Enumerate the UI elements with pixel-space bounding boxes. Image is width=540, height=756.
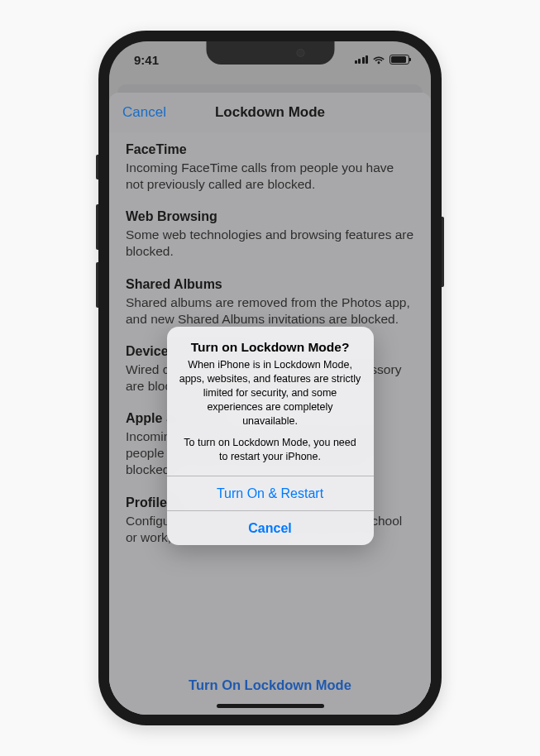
section-body: Some web technologies and browsing featu…	[126, 227, 414, 260]
side-button	[442, 217, 444, 287]
alert-message-line1: When iPhone is in Lockdown Mode, apps, w…	[179, 358, 362, 428]
section-body: Shared albums are removed from the Photo…	[126, 294, 414, 328]
alert-turn-on-restart-button[interactable]: Turn On & Restart	[167, 476, 374, 510]
alert-cancel-button[interactable]: Cancel	[167, 510, 374, 545]
confirmation-alert: Turn on Lockdown Mode? When iPhone is in…	[167, 327, 374, 545]
notch	[206, 41, 334, 65]
status-time: 9:41	[134, 53, 159, 67]
section-title: Shared Albums	[126, 277, 414, 292]
section-web-browsing: Web Browsing Some web technologies and b…	[126, 209, 414, 260]
volume-up-button	[96, 204, 98, 250]
section-facetime: FaceTime Incoming FaceTime calls from pe…	[126, 142, 414, 193]
alert-message: When iPhone is in Lockdown Mode, apps, w…	[179, 358, 362, 464]
volume-down-button	[96, 262, 98, 308]
screen: 9:41 Cancel Lockdown Mode FaceTime Incom…	[109, 41, 431, 715]
alert-title: Turn on Lockdown Mode?	[179, 340, 362, 355]
cellular-icon	[355, 55, 369, 64]
home-indicator[interactable]	[217, 704, 324, 708]
iphone-frame: 9:41 Cancel Lockdown Mode FaceTime Incom…	[98, 31, 442, 725]
ring-switch	[96, 155, 98, 179]
nav-bar: Cancel Lockdown Mode	[109, 93, 431, 132]
section-title: FaceTime	[126, 142, 414, 157]
turn-on-lockdown-button[interactable]: Turn On Lockdown Mode	[109, 677, 431, 693]
alert-body: Turn on Lockdown Mode? When iPhone is in…	[167, 327, 374, 476]
section-body: Incoming FaceTime calls from people you …	[126, 160, 414, 193]
battery-icon	[389, 55, 409, 65]
status-icons	[355, 55, 410, 65]
section-title: Web Browsing	[126, 209, 414, 224]
wifi-icon	[372, 55, 385, 65]
alert-message-line2: To turn on Lockdown Mode, you need to re…	[179, 436, 362, 464]
nav-title: Lockdown Mode	[215, 104, 325, 121]
section-shared-albums: Shared Albums Shared albums are removed …	[126, 277, 414, 328]
nav-cancel-button[interactable]: Cancel	[122, 104, 166, 121]
